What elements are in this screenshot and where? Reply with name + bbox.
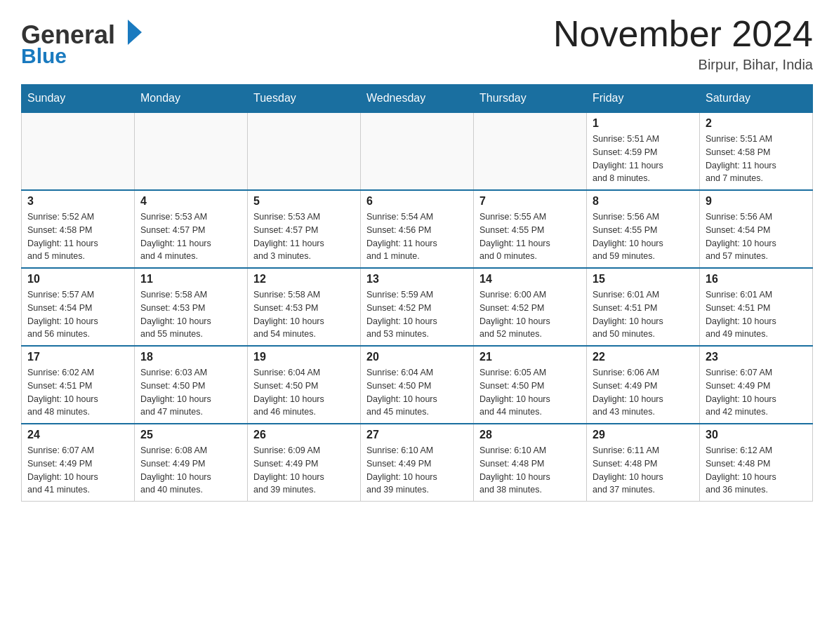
header-monday: Monday: [135, 85, 248, 113]
day-info: Sunrise: 5:51 AMSunset: 4:59 PMDaylight:…: [593, 133, 694, 185]
calendar-cell: 2Sunrise: 5:51 AMSunset: 4:58 PMDaylight…: [700, 112, 813, 190]
day-number: 24: [27, 429, 128, 441]
day-info: Sunrise: 6:07 AMSunset: 4:49 PMDaylight:…: [27, 444, 128, 497]
day-number: 1: [593, 117, 694, 130]
day-number: 15: [593, 273, 694, 286]
title-area: November 2024 Birpur, Bihar, India: [553, 14, 813, 73]
week-row-3: 10Sunrise: 5:57 AMSunset: 4:54 PMDayligh…: [22, 268, 813, 346]
calendar-cell: 19Sunrise: 6:04 AMSunset: 4:50 PMDayligh…: [248, 346, 361, 424]
day-number: 10: [27, 273, 128, 286]
calendar-cell: 13Sunrise: 5:59 AMSunset: 4:52 PMDayligh…: [361, 268, 474, 346]
header-tuesday: Tuesday: [248, 85, 361, 113]
day-info: Sunrise: 5:52 AMSunset: 4:58 PMDaylight:…: [27, 210, 128, 263]
day-number: 28: [479, 429, 581, 441]
calendar-cell: 25Sunrise: 6:08 AMSunset: 4:49 PMDayligh…: [135, 424, 248, 502]
day-number: 19: [253, 351, 355, 363]
day-number: 7: [479, 195, 581, 208]
day-info: Sunrise: 6:10 AMSunset: 4:48 PMDaylight:…: [479, 444, 581, 497]
header-friday: Friday: [587, 85, 700, 113]
calendar-cell: [135, 112, 248, 190]
day-info: Sunrise: 5:58 AMSunset: 4:53 PMDaylight:…: [253, 288, 355, 341]
calendar-cell: 12Sunrise: 5:58 AMSunset: 4:53 PMDayligh…: [248, 268, 361, 346]
logo: General Blue: [21, 14, 154, 70]
day-info: Sunrise: 6:03 AMSunset: 4:50 PMDaylight:…: [140, 366, 241, 419]
month-title: November 2024: [553, 14, 813, 54]
calendar-cell: 10Sunrise: 5:57 AMSunset: 4:54 PMDayligh…: [22, 268, 135, 346]
day-info: Sunrise: 5:55 AMSunset: 4:55 PMDaylight:…: [479, 210, 581, 263]
calendar-cell: 5Sunrise: 5:53 AMSunset: 4:57 PMDaylight…: [248, 190, 361, 268]
calendar-cell: 8Sunrise: 5:56 AMSunset: 4:55 PMDaylight…: [587, 190, 700, 268]
day-number: 8: [593, 195, 694, 208]
day-info: Sunrise: 5:59 AMSunset: 4:52 PMDaylight:…: [366, 288, 468, 341]
day-info: Sunrise: 6:11 AMSunset: 4:48 PMDaylight:…: [593, 444, 694, 497]
location: Birpur, Bihar, India: [553, 57, 813, 73]
calendar-cell: 7Sunrise: 5:55 AMSunset: 4:55 PMDaylight…: [474, 190, 587, 268]
calendar-cell: 29Sunrise: 6:11 AMSunset: 4:48 PMDayligh…: [587, 424, 700, 502]
header-saturday: Saturday: [700, 85, 813, 113]
day-info: Sunrise: 5:56 AMSunset: 4:55 PMDaylight:…: [593, 210, 694, 263]
day-number: 27: [366, 429, 468, 441]
week-row-2: 3Sunrise: 5:52 AMSunset: 4:58 PMDaylight…: [22, 190, 813, 268]
day-number: 25: [140, 429, 241, 441]
day-number: 12: [253, 273, 355, 286]
calendar-cell: 6Sunrise: 5:54 AMSunset: 4:56 PMDaylight…: [361, 190, 474, 268]
day-number: 30: [706, 429, 807, 441]
day-number: 9: [706, 195, 807, 208]
calendar-cell: [22, 112, 135, 190]
day-info: Sunrise: 5:53 AMSunset: 4:57 PMDaylight:…: [140, 210, 241, 263]
week-row-5: 24Sunrise: 6:07 AMSunset: 4:49 PMDayligh…: [22, 424, 813, 502]
day-info: Sunrise: 6:08 AMSunset: 4:49 PMDaylight:…: [140, 444, 241, 497]
day-number: 13: [366, 273, 468, 286]
day-number: 11: [140, 273, 241, 286]
day-info: Sunrise: 6:05 AMSunset: 4:50 PMDaylight:…: [479, 366, 581, 419]
day-number: 20: [366, 351, 468, 363]
calendar-cell: 23Sunrise: 6:07 AMSunset: 4:49 PMDayligh…: [700, 346, 813, 424]
day-number: 21: [479, 351, 581, 363]
day-info: Sunrise: 6:06 AMSunset: 4:49 PMDaylight:…: [593, 366, 694, 419]
header-thursday: Thursday: [474, 85, 587, 113]
day-info: Sunrise: 6:10 AMSunset: 4:49 PMDaylight:…: [366, 444, 468, 497]
svg-text:Blue: Blue: [21, 44, 67, 67]
calendar-table: Sunday Monday Tuesday Wednesday Thursday…: [21, 84, 813, 502]
calendar-cell: [361, 112, 474, 190]
week-row-4: 17Sunrise: 6:02 AMSunset: 4:51 PMDayligh…: [22, 346, 813, 424]
day-info: Sunrise: 6:09 AMSunset: 4:49 PMDaylight:…: [253, 444, 355, 497]
day-number: 4: [140, 195, 241, 208]
day-info: Sunrise: 5:53 AMSunset: 4:57 PMDaylight:…: [253, 210, 355, 263]
day-info: Sunrise: 6:01 AMSunset: 4:51 PMDaylight:…: [593, 288, 694, 341]
calendar-cell: 27Sunrise: 6:10 AMSunset: 4:49 PMDayligh…: [361, 424, 474, 502]
day-number: 23: [706, 351, 807, 363]
day-number: 29: [593, 429, 694, 441]
header-wednesday: Wednesday: [361, 85, 474, 113]
calendar-cell: [248, 112, 361, 190]
day-info: Sunrise: 6:12 AMSunset: 4:48 PMDaylight:…: [706, 444, 807, 497]
day-info: Sunrise: 6:01 AMSunset: 4:51 PMDaylight:…: [706, 288, 807, 341]
calendar-cell: 9Sunrise: 5:56 AMSunset: 4:54 PMDaylight…: [700, 190, 813, 268]
day-info: Sunrise: 6:04 AMSunset: 4:50 PMDaylight:…: [366, 366, 468, 419]
header-sunday: Sunday: [22, 85, 135, 113]
day-number: 22: [593, 351, 694, 363]
calendar-cell: 18Sunrise: 6:03 AMSunset: 4:50 PMDayligh…: [135, 346, 248, 424]
day-number: 6: [366, 195, 468, 208]
day-number: 2: [706, 117, 807, 130]
day-info: Sunrise: 5:57 AMSunset: 4:54 PMDaylight:…: [27, 288, 128, 341]
day-info: Sunrise: 5:58 AMSunset: 4:53 PMDaylight:…: [140, 288, 241, 341]
calendar-cell: 1Sunrise: 5:51 AMSunset: 4:59 PMDaylight…: [587, 112, 700, 190]
logo-svg: General Blue: [21, 14, 154, 70]
header: General Blue November 2024 Birpur, Bihar…: [21, 14, 813, 73]
calendar-cell: 20Sunrise: 6:04 AMSunset: 4:50 PMDayligh…: [361, 346, 474, 424]
calendar-cell: 30Sunrise: 6:12 AMSunset: 4:48 PMDayligh…: [700, 424, 813, 502]
calendar-cell: 28Sunrise: 6:10 AMSunset: 4:48 PMDayligh…: [474, 424, 587, 502]
calendar-cell: 21Sunrise: 6:05 AMSunset: 4:50 PMDayligh…: [474, 346, 587, 424]
calendar-cell: 11Sunrise: 5:58 AMSunset: 4:53 PMDayligh…: [135, 268, 248, 346]
day-info: Sunrise: 6:02 AMSunset: 4:51 PMDaylight:…: [27, 366, 128, 419]
calendar-cell: 17Sunrise: 6:02 AMSunset: 4:51 PMDayligh…: [22, 346, 135, 424]
calendar-cell: [474, 112, 587, 190]
day-info: Sunrise: 6:07 AMSunset: 4:49 PMDaylight:…: [706, 366, 807, 419]
day-number: 17: [27, 351, 128, 363]
day-number: 26: [253, 429, 355, 441]
calendar-cell: 16Sunrise: 6:01 AMSunset: 4:51 PMDayligh…: [700, 268, 813, 346]
week-row-1: 1Sunrise: 5:51 AMSunset: 4:59 PMDaylight…: [22, 112, 813, 190]
day-info: Sunrise: 6:00 AMSunset: 4:52 PMDaylight:…: [479, 288, 581, 341]
day-number: 16: [706, 273, 807, 286]
